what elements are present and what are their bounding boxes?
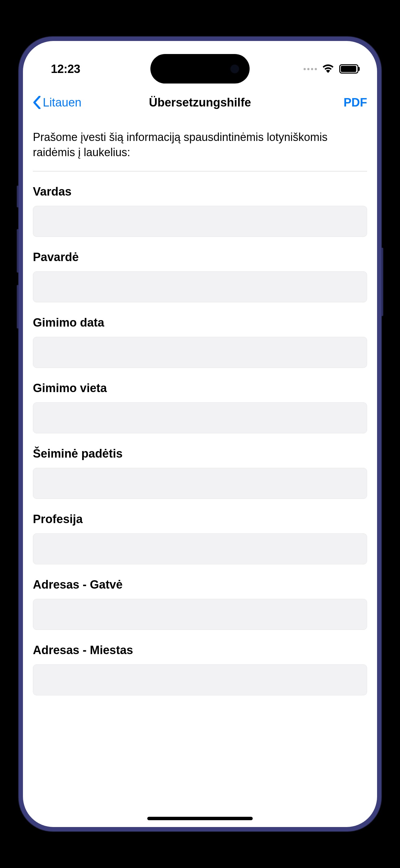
adresas-gatve-input[interactable] [33,599,367,630]
field-profesija: Profesija [33,513,367,564]
adresas-miestas-input[interactable] [33,664,367,695]
profesija-input[interactable] [33,533,367,564]
vardas-input[interactable] [33,206,367,237]
dynamic-island [151,54,249,84]
field-gimimo-data: Gimimo data [33,316,367,368]
pavarde-input[interactable] [33,271,367,302]
field-label: Vardas [33,185,367,198]
field-pavarde: Pavardė [33,251,367,302]
seimine-padetis-input[interactable] [33,468,367,499]
phone-frame: 12:23 [19,37,381,831]
navigation-bar: Litauen Übersetzungshilfe PDF [23,88,377,117]
page-title: Übersetzungshilfe [149,96,251,109]
power-button [381,248,383,316]
back-button[interactable]: Litauen [33,96,81,109]
field-seimine-padetis: Šeiminė padėtis [33,447,367,499]
volume-down-button [17,285,19,329]
wifi-icon [322,64,334,74]
status-indicators [304,64,359,74]
field-gimimo-vieta: Gimimo vieta [33,381,367,433]
content-scroll[interactable]: Prašome įvesti šią informaciją spausdint… [23,117,377,827]
gimimo-data-input[interactable] [33,337,367,368]
intro-text: Prašome įvesti šią informaciją spausdint… [33,130,367,172]
battery-icon [339,64,359,73]
field-label: Adresas - Gatvė [33,578,367,591]
field-adresas-gatve: Adresas - Gatvė [33,578,367,630]
back-label: Litauen [43,96,81,109]
field-label: Profesija [33,513,367,526]
chevron-left-icon [33,96,41,109]
pdf-button[interactable]: PDF [343,96,367,109]
field-label: Adresas - Miestas [33,644,367,657]
field-label: Gimimo data [33,316,367,330]
screen: 12:23 [23,41,377,827]
field-label: Šeiminė padėtis [33,447,367,460]
field-label: Gimimo vieta [33,381,367,395]
silent-switch [17,186,19,207]
pagination-dots-icon [304,68,317,70]
field-vardas: Vardas [33,185,367,237]
field-adresas-miestas: Adresas - Miestas [33,644,367,695]
home-indicator[interactable] [147,817,253,820]
status-time: 12:23 [51,62,80,76]
volume-up-button [17,229,19,273]
gimimo-vieta-input[interactable] [33,402,367,433]
field-label: Pavardė [33,251,367,264]
